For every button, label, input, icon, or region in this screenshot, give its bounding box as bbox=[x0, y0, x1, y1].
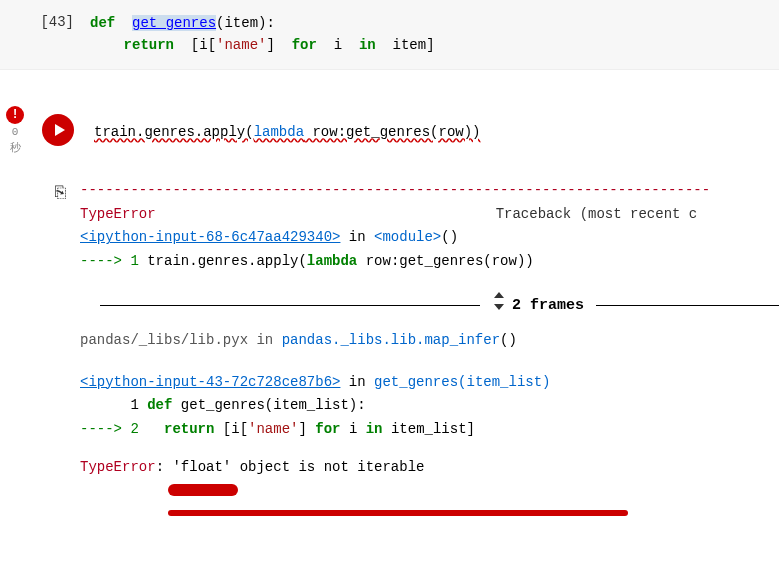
pandas-fn: pandas._libs.lib.map_infer bbox=[282, 332, 500, 348]
prompt-number: [43] bbox=[40, 14, 74, 30]
traceback-line: 1 def get_genres(item_list): bbox=[80, 394, 779, 418]
hr-icon bbox=[100, 305, 480, 306]
keyword-for: for bbox=[292, 37, 317, 53]
error-type: TypeError bbox=[80, 459, 156, 475]
traceback-line: <ipython-input-68-6c47aa429340> in <modu… bbox=[80, 226, 779, 250]
output-gutter: ⎘ bbox=[0, 179, 80, 516]
keyword-lambda: lambda bbox=[254, 124, 304, 140]
output-icon[interactable]: ⎘ bbox=[55, 183, 66, 203]
keyword-in: in bbox=[359, 37, 376, 53]
exec-time-unit: 秒 bbox=[0, 140, 30, 155]
red-marker-icon bbox=[168, 484, 238, 496]
keyword-return: return bbox=[164, 421, 214, 437]
keyword-def: def bbox=[147, 397, 172, 413]
error-badge-icon[interactable]: ! bbox=[6, 106, 24, 124]
error-gutter: ! 0 秒 bbox=[0, 106, 30, 155]
code-editor[interactable]: train.genres.apply(lambda row:get_genres… bbox=[94, 120, 481, 140]
exec-time-sec: 0 bbox=[0, 126, 30, 138]
output-area: ⎘ --------------------------------------… bbox=[0, 179, 779, 516]
final-error: TypeError: 'float' object is not iterabl… bbox=[80, 456, 779, 480]
frames-count: 2 frames bbox=[512, 293, 584, 319]
string-literal: 'name' bbox=[216, 37, 266, 53]
expand-icon bbox=[492, 292, 506, 319]
keyword-def: def bbox=[90, 15, 115, 31]
code-text: (item): bbox=[216, 15, 275, 31]
ipython-link[interactable]: <ipython-input-43-72c728ce87b6> bbox=[80, 374, 340, 390]
function-ref: get_genres(item_list) bbox=[374, 374, 550, 390]
traceback[interactable]: ----------------------------------------… bbox=[80, 179, 779, 516]
executing-cell: ! 0 秒 train.genres.apply(lambda row:get_… bbox=[0, 106, 779, 155]
cell-prompt: [43] bbox=[0, 8, 90, 30]
traceback-line: pandas/_libs/lib.pyx in pandas._libs.lib… bbox=[80, 329, 779, 353]
traceback-divider: ----------------------------------------… bbox=[80, 179, 779, 203]
module-name: <module> bbox=[374, 229, 441, 245]
error-message: : 'float' object is not iterable bbox=[156, 459, 425, 475]
code-line: return [i['name'] for i in item] bbox=[90, 34, 779, 56]
code-line: def get_genres(item): bbox=[90, 12, 779, 34]
keyword-in: in bbox=[366, 421, 383, 437]
ipython-link[interactable]: <ipython-input-68-6c47aa429340> bbox=[80, 229, 340, 245]
traceback-line: ----> 1 train.genres.apply(lambda row:ge… bbox=[80, 250, 779, 274]
code-editor[interactable]: def get_genres(item): return [i['name'] … bbox=[90, 8, 779, 57]
run-button[interactable] bbox=[42, 114, 74, 146]
keyword-for: for bbox=[315, 421, 340, 437]
string-literal: 'name' bbox=[248, 421, 298, 437]
frames-separator[interactable]: 2 frames bbox=[80, 292, 779, 319]
error-arrow: ----> 2 bbox=[80, 421, 164, 437]
play-icon bbox=[55, 124, 65, 136]
red-underline-icon bbox=[168, 510, 628, 516]
error-arrow: ----> 1 bbox=[80, 253, 147, 269]
traceback-line: <ipython-input-43-72c728ce87b6> in get_g… bbox=[80, 371, 779, 395]
function-name: get_genres bbox=[132, 15, 216, 31]
keyword-lambda: lambda bbox=[307, 253, 357, 269]
traceback-header: TypeErrorTraceback (most recent c bbox=[80, 203, 779, 227]
traceback-line: ----> 2 return [i['name'] for i in item_… bbox=[80, 418, 779, 442]
traceback-label: Traceback (most recent c bbox=[496, 206, 698, 222]
keyword-return: return bbox=[124, 37, 174, 53]
user-annotation bbox=[80, 480, 779, 504]
code-text: train.genres.apply(lambda row:get_genres… bbox=[94, 124, 481, 140]
hr-icon bbox=[596, 305, 779, 306]
error-type: TypeError bbox=[80, 206, 156, 222]
code-cell: [43] def get_genres(item): return [i['na… bbox=[0, 0, 779, 70]
